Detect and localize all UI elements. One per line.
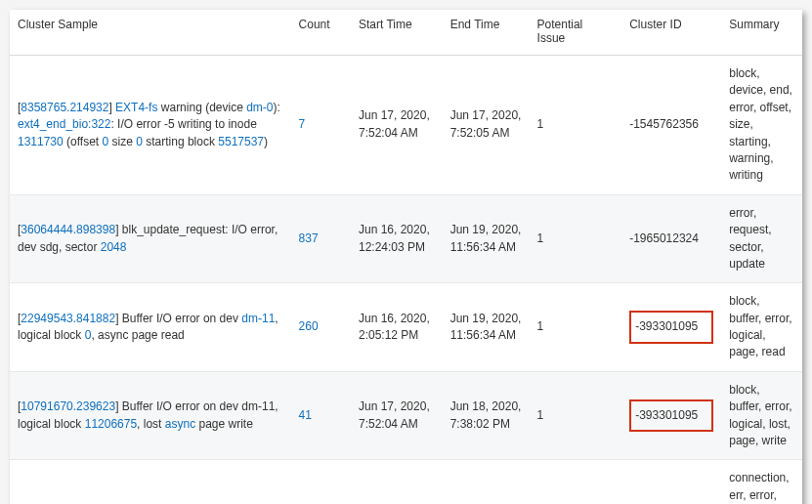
count-cell[interactable]: 7 bbox=[291, 56, 351, 195]
summary-cell: block, device, end, error, offset, size,… bbox=[721, 56, 802, 195]
count-link[interactable]: 7 bbox=[299, 117, 306, 131]
sample-token-text: ) bbox=[264, 135, 268, 148]
sample-token-text: ): bbox=[274, 101, 280, 114]
summary-cell: connection, err, error, kernel, recovery… bbox=[721, 460, 802, 504]
sample-token-text: ] Buffer I/O error on dev bbox=[115, 312, 241, 325]
sample-token-link[interactable]: EXT4-fs bbox=[115, 101, 157, 114]
table-row: [22949543.841882] Buffer I/O error on de… bbox=[10, 283, 802, 372]
header-sample[interactable]: Cluster Sample bbox=[10, 10, 291, 56]
summary-cell: block, buffer, error, logical, lost, pag… bbox=[721, 371, 802, 460]
cluster-sample-cell[interactable]: [10791670.239623] Buffer I/O error on de… bbox=[10, 371, 291, 460]
sample-token-link[interactable]: 1311730 bbox=[18, 135, 64, 148]
potential-issue-cell: 1 bbox=[530, 283, 622, 372]
cluster-id-highlight: -393301095 bbox=[629, 311, 713, 343]
sample-token-link[interactable]: 10791670.239623 bbox=[21, 399, 115, 413]
header-summary[interactable]: Summary bbox=[721, 10, 802, 56]
cluster-sample-cell[interactable]: [22949543.841882] Buffer I/O error on de… bbox=[10, 283, 291, 372]
sample-token-text: , async page read bbox=[91, 328, 184, 342]
end-time-cell: Jun 19, 2020, 11:56:34 AM bbox=[443, 194, 530, 283]
cluster-id-cell: -1545762356 bbox=[621, 56, 721, 195]
count-cell[interactable]: 4 bbox=[291, 460, 351, 504]
cluster-id-cell: -393301095 bbox=[621, 283, 721, 372]
cluster-sample-cell[interactable]: [36064444.898398] blk_update_request: I/… bbox=[10, 194, 291, 283]
summary-cell: block, buffer, error, logical, page, rea… bbox=[721, 283, 802, 372]
cluster-id-cell: -401516367 bbox=[621, 460, 721, 504]
sample-token-link[interactable]: ext4_end_bio:322 bbox=[18, 117, 110, 131]
sample-token-link[interactable]: 22949543.841882 bbox=[21, 312, 115, 325]
cluster-id-highlight: -393301095 bbox=[629, 399, 713, 432]
sample-token-link[interactable]: dm-11 bbox=[241, 312, 275, 325]
cluster-id-cell: -393301095 bbox=[621, 371, 721, 460]
table-header-row: Cluster Sample Count Start Time End Time… bbox=[10, 10, 802, 56]
table-row: Kernel reported iSCSI connection 2:0 err… bbox=[10, 460, 802, 504]
start-time-cell: Jun 17, 2020, 7:52:04 AM bbox=[351, 56, 443, 195]
header-end[interactable]: End Time bbox=[443, 10, 530, 56]
count-link[interactable]: 41 bbox=[299, 408, 312, 422]
sample-token-link[interactable]: async bbox=[165, 417, 195, 431]
sample-token-text: size bbox=[108, 135, 136, 148]
sample-token-link[interactable]: 11206675 bbox=[85, 417, 137, 431]
potential-issue-cell: 1 bbox=[530, 460, 622, 504]
cluster-sample-cell[interactable]: [8358765.214932] EXT4-fs warning (device… bbox=[10, 56, 291, 195]
cluster-sample-cell[interactable]: Kernel reported iSCSI connection 2:0 err… bbox=[10, 460, 291, 504]
cluster-table: Cluster Sample Count Start Time End Time… bbox=[10, 10, 802, 504]
potential-issue-cell: 1 bbox=[530, 56, 622, 195]
start-time-cell: Jun 16, 2020, 12:24:03 PM bbox=[351, 194, 443, 283]
end-time-cell: Jun 17, 2020, 7:53:22 AM bbox=[443, 460, 530, 504]
start-time-cell: Jun 17, 2020, 7:52:04 AM bbox=[351, 371, 443, 460]
sample-token-link[interactable]: 0 bbox=[136, 135, 143, 148]
sample-token-text: , lost bbox=[137, 417, 165, 431]
potential-issue-cell: 1 bbox=[530, 371, 622, 460]
header-start[interactable]: Start Time bbox=[351, 10, 443, 56]
sample-token-text: : I/O error -5 writing to inode bbox=[110, 117, 256, 131]
header-issue[interactable]: Potential Issue bbox=[530, 10, 622, 56]
potential-issue-cell: 1 bbox=[530, 194, 622, 283]
sample-token-text: page write bbox=[195, 417, 253, 431]
sample-token-link[interactable]: dm-0 bbox=[246, 101, 273, 114]
start-time-cell: Jun 17, 2020, 6:12:05 AM bbox=[351, 460, 443, 504]
sample-token-text: (offset bbox=[64, 135, 103, 148]
end-time-cell: Jun 17, 2020, 7:52:05 AM bbox=[443, 56, 530, 195]
sample-token-link[interactable]: 2048 bbox=[101, 240, 127, 254]
sample-token-text: warning (device bbox=[157, 101, 246, 114]
sample-token-link[interactable]: 36064444.898398 bbox=[21, 223, 115, 236]
summary-cell: error, request, sector, update bbox=[721, 194, 802, 283]
count-link[interactable]: 260 bbox=[299, 319, 319, 333]
end-time-cell: Jun 18, 2020, 7:38:02 PM bbox=[443, 371, 530, 460]
table-row: [10791670.239623] Buffer I/O error on de… bbox=[10, 371, 802, 460]
count-cell[interactable]: 41 bbox=[291, 371, 351, 460]
table-row: [36064444.898398] blk_update_request: I/… bbox=[10, 194, 802, 283]
sample-token-link[interactable]: 8358765.214932 bbox=[21, 101, 108, 114]
header-cluster[interactable]: Cluster ID bbox=[621, 10, 721, 56]
end-time-cell: Jun 19, 2020, 11:56:34 AM bbox=[443, 283, 530, 372]
cluster-id-cell: -1965012324 bbox=[621, 194, 721, 283]
count-cell[interactable]: 837 bbox=[291, 194, 351, 283]
log-cluster-panel: Cluster Sample Count Start Time End Time… bbox=[10, 10, 802, 504]
start-time-cell: Jun 16, 2020, 2:05:12 PM bbox=[351, 283, 443, 372]
sample-token-link[interactable]: 5517537 bbox=[218, 135, 264, 148]
sample-token-text: starting block bbox=[143, 135, 218, 148]
count-cell[interactable]: 260 bbox=[291, 283, 351, 372]
count-link[interactable]: 837 bbox=[299, 231, 319, 245]
header-count[interactable]: Count bbox=[291, 10, 351, 56]
table-row: [8358765.214932] EXT4-fs warning (device… bbox=[10, 56, 802, 195]
